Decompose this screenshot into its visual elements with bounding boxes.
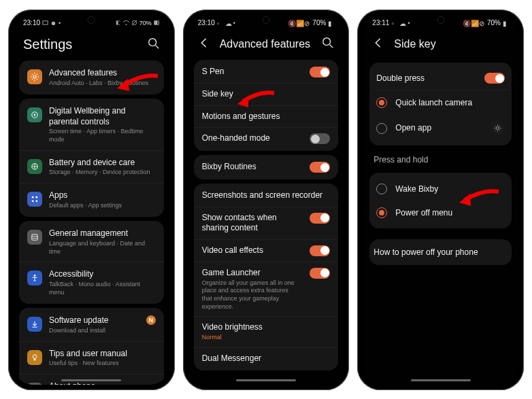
row-dual-messenger[interactable]: Dual Messenger: [194, 347, 339, 370]
row-screenshots[interactable]: Screenshots and screen recorder: [194, 185, 339, 207]
phone-frame-1: 23:10 • 70% Settings: [8, 10, 175, 390]
option-open-app[interactable]: Open app: [373, 114, 508, 141]
settings-card: S Pen Side key Motions and gestures One-…: [194, 60, 339, 151]
back-button[interactable]: [198, 37, 210, 52]
back-button[interactable]: [372, 37, 384, 52]
toggle-switch[interactable]: [484, 73, 505, 84]
row-bixby-routines[interactable]: Bixby Routines: [194, 156, 339, 178]
option-label: Quick launch camera: [395, 98, 505, 107]
cloud-icon: ☁: [399, 20, 405, 26]
row-title: Accessibility: [49, 269, 156, 280]
row-video-call-effects[interactable]: Video call effects: [194, 239, 339, 262]
row-software-update[interactable]: Software updateDownload and install N: [19, 309, 164, 341]
search-icon[interactable]: [148, 37, 160, 52]
svg-point-1: [52, 22, 55, 25]
search-icon[interactable]: [322, 37, 334, 52]
toggle-switch[interactable]: [310, 245, 330, 256]
option-power-off-menu[interactable]: Power off menu: [373, 201, 508, 224]
double-press-section: Double press Quick launch camera Open ap…: [369, 63, 512, 145]
phone-frame-3: 23:11▫☁• 🔇📶⊘70%▮ Side key Double press Q…: [357, 10, 524, 390]
row-apps[interactable]: AppsDefault apps · App settings: [19, 183, 164, 215]
row-title: Side key: [202, 89, 331, 100]
row-sub: Language and keyboard · Date and time: [49, 240, 156, 256]
row-tips[interactable]: Tips and user manualUseful tips · New fe…: [19, 341, 164, 374]
row-general-mgmt[interactable]: General managementLanguage and keyboard …: [19, 222, 164, 262]
gear-icon[interactable]: [490, 120, 505, 135]
radio-button[interactable]: [376, 184, 387, 194]
row-title: Tips and user manual: [49, 349, 156, 360]
toggle-switch[interactable]: [310, 133, 330, 144]
camera-hole: [263, 16, 270, 24]
row-side-key[interactable]: Side key: [194, 83, 339, 105]
battery-icon: ▮: [328, 20, 334, 26]
row-s-pen[interactable]: S Pen: [194, 61, 339, 83]
press-hold-label: Press and hold: [369, 150, 512, 169]
update-icon: [27, 317, 42, 332]
svg-point-17: [35, 196, 37, 198]
option-quick-launch-camera[interactable]: Quick launch camera: [373, 90, 508, 114]
settings-card: Screenshots and screen recorder Show con…: [194, 184, 339, 370]
toggle-switch[interactable]: [310, 213, 330, 224]
home-indicator[interactable]: [61, 379, 121, 381]
clock: 23:11: [372, 19, 389, 27]
nolocation-icon: ⊘: [304, 20, 310, 26]
camera-hole: [437, 16, 444, 24]
row-title: General management: [49, 228, 156, 239]
svg-point-18: [32, 201, 34, 203]
row-digital-wellbeing[interactable]: Digital Wellbeing and parental controlsS…: [19, 100, 164, 150]
row-sub: Useful tips · New features: [49, 360, 156, 368]
row-game-launcher[interactable]: Game LauncherOrganize all your games all…: [194, 262, 339, 316]
row-motions-gestures[interactable]: Motions and gestures: [194, 105, 339, 128]
svg-line-31: [330, 45, 333, 48]
wifi-icon: 📶: [296, 20, 302, 26]
svg-line-3: [118, 24, 120, 25]
row-sub: TalkBack · Mono audio · Assistant menu: [49, 281, 156, 296]
row-battery-care[interactable]: Battery and device careStorage · Memory …: [19, 150, 164, 183]
option-wake-bixby[interactable]: Wake Bixby: [373, 177, 508, 201]
clock: 23:10: [23, 19, 40, 27]
general-mgmt-icon: [27, 230, 42, 245]
row-title: Digital Wellbeing and parental controls: [49, 106, 156, 127]
about-icon: [27, 383, 42, 385]
home-indicator[interactable]: [411, 379, 471, 381]
svg-point-4: [125, 24, 127, 25]
row-title: Dual Messenger: [202, 353, 331, 364]
row-title: One-handed mode: [202, 133, 299, 144]
svg-point-19: [35, 201, 37, 203]
row-advanced-features[interactable]: Advanced features Android Auto · Labs · …: [19, 62, 164, 93]
svg-point-12: [33, 75, 36, 78]
row-video-brightness[interactable]: Video brightnessNormal: [194, 316, 339, 347]
toggle-switch[interactable]: [310, 67, 330, 77]
row-accessibility[interactable]: AccessibilityTalkBack · Mono audio · Ass…: [19, 262, 164, 302]
svg-point-32: [496, 126, 499, 129]
row-howto: How to power off your phone: [369, 239, 512, 265]
option-label: Power off menu: [395, 208, 505, 218]
row-title: Software update: [49, 315, 135, 326]
svg-rect-26: [34, 359, 36, 360]
row-double-press[interactable]: Double press: [373, 67, 508, 90]
section-title: Double press: [376, 73, 476, 83]
row-sub: Screen time · App timers · Bedtime mode: [49, 128, 156, 143]
radio-button[interactable]: [376, 207, 387, 218]
new-badge: N: [146, 315, 156, 325]
howto-card[interactable]: How to power off your phone: [369, 239, 512, 265]
row-show-contacts-sharing[interactable]: Show contacts when sharing content: [194, 207, 339, 239]
battery-pct: 70%: [139, 20, 152, 27]
radio-button[interactable]: [376, 97, 387, 108]
svg-rect-9: [159, 22, 159, 24]
cloud-icon: [50, 20, 56, 26]
notif-icon: ▫: [391, 20, 397, 26]
toggle-switch[interactable]: [310, 268, 330, 279]
home-indicator[interactable]: [236, 379, 296, 381]
svg-point-30: [323, 38, 331, 46]
row-one-handed[interactable]: One-handed mode: [194, 127, 339, 150]
svg-point-14: [34, 114, 36, 116]
row-title: Motions and gestures: [202, 111, 331, 122]
notif-icon: ▫: [217, 20, 223, 26]
toggle-switch[interactable]: [310, 162, 330, 173]
page-title: Advanced features: [220, 38, 313, 50]
radio-button[interactable]: [376, 123, 387, 134]
phone-frame-2: 23:10▫☁• 🔇📶⊘70%▮ Advanced features S Pen…: [183, 10, 350, 390]
page-header: Side key: [363, 30, 518, 60]
wifi-icon: 📶: [471, 20, 477, 26]
